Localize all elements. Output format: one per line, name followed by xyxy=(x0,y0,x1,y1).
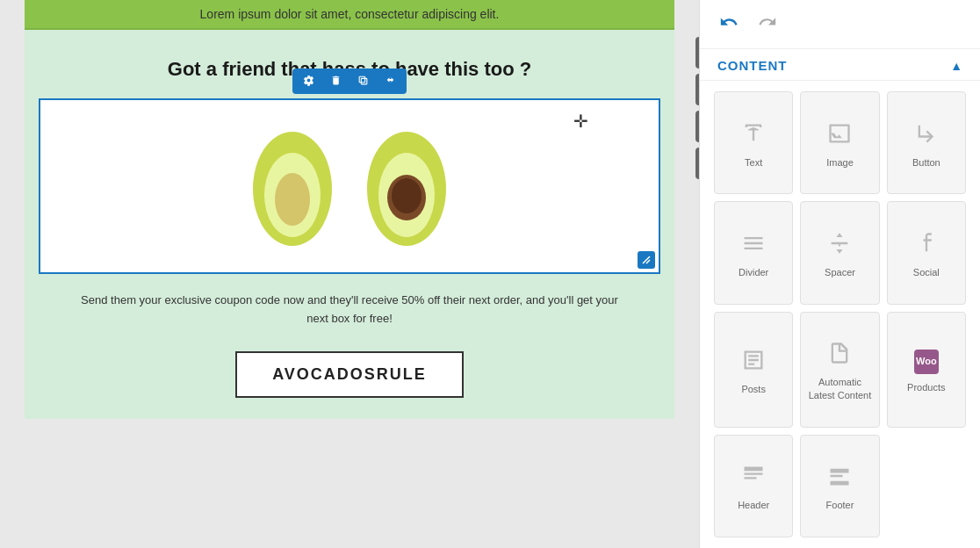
content-item-social[interactable]: Social xyxy=(887,201,966,304)
button-label: Button xyxy=(912,156,940,169)
products-label: Products xyxy=(907,381,945,393)
image-move-button[interactable] xyxy=(381,72,400,90)
spacer-label: Spacer xyxy=(825,266,855,278)
svg-rect-0 xyxy=(361,78,367,84)
content-item-text[interactable]: Text xyxy=(714,91,793,194)
image-icon xyxy=(827,121,852,149)
collapse-arrow[interactable]: ▲ xyxy=(950,59,962,73)
spacer-icon xyxy=(827,231,852,259)
avocado-right-svg xyxy=(358,120,455,252)
image-settings-button[interactable] xyxy=(299,72,318,90)
avocado-left-svg xyxy=(244,120,341,252)
text-icon xyxy=(741,121,766,149)
avocado-image-container xyxy=(227,103,472,270)
text-label: Text xyxy=(745,156,762,169)
body-text: Send them your exclusive coupon code now… xyxy=(25,274,674,337)
coupon-button[interactable]: AVOCADOSRULE xyxy=(235,351,464,398)
image-label: Image xyxy=(826,156,854,169)
image-delete-button[interactable] xyxy=(327,72,345,90)
block-duplicate-button[interactable] xyxy=(695,111,699,142)
content-item-footer[interactable]: Footer xyxy=(800,435,879,537)
svg-point-8 xyxy=(392,178,422,213)
automatic-label: Automatic Latest Content xyxy=(806,376,873,401)
undo-button[interactable] xyxy=(714,9,744,40)
content-item-header[interactable]: Header xyxy=(714,435,793,537)
content-item-products[interactable]: Woo Products xyxy=(887,312,966,428)
image-duplicate-button[interactable] xyxy=(354,72,372,90)
button-icon xyxy=(914,121,939,149)
header-label: Header xyxy=(738,499,769,511)
content-sidebar: CONTENT ▲ Text Image Button xyxy=(699,0,980,548)
products-icon: Woo xyxy=(914,350,939,374)
banner-text: Lorem ipsum dolor sit amet, consectetur … xyxy=(200,7,500,21)
image-toolbar xyxy=(292,68,407,94)
content-title: CONTENT xyxy=(717,58,788,73)
footer-label: Footer xyxy=(826,499,854,511)
header-icon xyxy=(741,464,766,492)
resize-handle[interactable] xyxy=(638,251,655,269)
posts-icon xyxy=(741,348,766,376)
automatic-icon xyxy=(827,341,852,369)
footer-icon xyxy=(827,464,852,492)
content-item-button[interactable]: Button xyxy=(887,91,966,194)
content-item-image[interactable]: Image xyxy=(800,91,879,194)
content-item-divider[interactable]: Divider xyxy=(714,201,793,304)
content-item-spacer[interactable]: Spacer xyxy=(800,201,879,304)
content-header: CONTENT ▲ xyxy=(700,49,980,81)
banner-bar: Lorem ipsum dolor sit amet, consectetur … xyxy=(25,0,674,30)
block-settings-button[interactable] xyxy=(695,37,699,68)
email-canvas: Lorem ipsum dolor sit amet, consectetur … xyxy=(0,0,699,548)
block-move-button[interactable] xyxy=(695,148,699,179)
redo-button[interactable] xyxy=(753,9,782,40)
content-item-posts[interactable]: Posts xyxy=(714,312,793,428)
content-item-automatic[interactable]: Automatic Latest Content xyxy=(800,312,879,428)
svg-point-4 xyxy=(275,173,310,226)
undo-redo-row xyxy=(700,0,980,49)
social-icon xyxy=(914,231,939,259)
svg-rect-1 xyxy=(359,76,365,83)
editor-panel: Lorem ipsum dolor sit amet, consectetur … xyxy=(0,0,699,548)
content-grid: Text Image Button Divider xyxy=(700,81,980,548)
block-toolbar xyxy=(695,37,699,179)
crosshair-icon: ✛ xyxy=(573,111,588,132)
email-block: Got a friend that hass to have this too … xyxy=(25,30,674,419)
woo-badge: Woo xyxy=(914,350,939,374)
divider-label: Divider xyxy=(739,266,768,278)
divider-icon xyxy=(741,231,766,259)
posts-label: Posts xyxy=(741,383,766,395)
image-section[interactable]: ✛ xyxy=(39,98,660,274)
social-label: Social xyxy=(913,266,940,278)
block-delete-button[interactable] xyxy=(695,74,699,105)
